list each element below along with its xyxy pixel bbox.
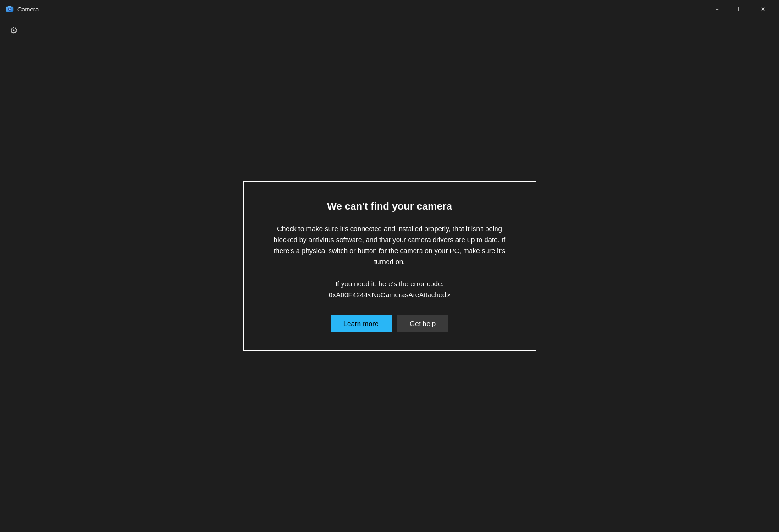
error-code-section: If you need it, here's the error code: 0…	[267, 278, 513, 300]
error-dialog: We can't find your camera Check to make …	[243, 181, 536, 351]
main-content: We can't find your camera Check to make …	[0, 0, 779, 532]
error-code: 0xA00F4244<NoCamerasAreAttached>	[329, 291, 450, 299]
error-prefix: If you need it, here's the error code:	[335, 280, 443, 288]
error-buttons: Learn more Get help	[267, 315, 513, 332]
get-help-button[interactable]: Get help	[397, 315, 449, 332]
error-title: We can't find your camera	[267, 200, 513, 212]
error-description: Check to make sure it's connected and in…	[267, 223, 513, 267]
learn-more-button[interactable]: Learn more	[331, 315, 392, 332]
